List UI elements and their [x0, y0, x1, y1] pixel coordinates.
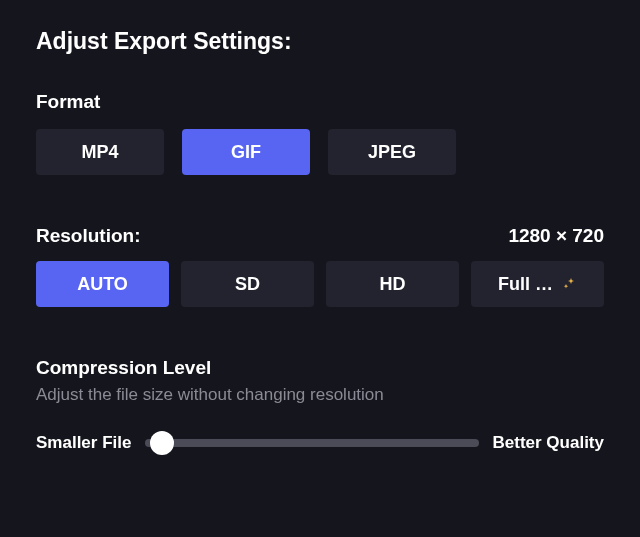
compression-slider[interactable]: [145, 431, 478, 455]
slider-left-label: Smaller File: [36, 433, 131, 453]
resolution-fullhd-label: Full …: [498, 274, 553, 295]
resolution-section: Resolution: 1280 × 720 AUTO SD HD Full …: [36, 225, 604, 307]
compression-hint: Adjust the file size without changing re…: [36, 385, 604, 405]
format-gif-button[interactable]: GIF: [182, 129, 310, 175]
resolution-sd-button[interactable]: SD: [181, 261, 314, 307]
format-section: Format MP4 GIF JPEG: [36, 91, 604, 175]
resolution-fullhd-button[interactable]: Full …: [471, 261, 604, 307]
sparkle-icon: [561, 276, 577, 292]
page-title: Adjust Export Settings:: [36, 28, 604, 55]
format-mp4-button[interactable]: MP4: [36, 129, 164, 175]
compression-slider-row: Smaller File Better Quality: [36, 431, 604, 455]
format-label: Format: [36, 91, 604, 113]
format-jpeg-button[interactable]: JPEG: [328, 129, 456, 175]
resolution-value: 1280 × 720: [508, 225, 604, 247]
slider-track: [145, 439, 478, 447]
format-options: MP4 GIF JPEG: [36, 129, 604, 175]
resolution-label: Resolution:: [36, 225, 141, 247]
slider-thumb[interactable]: [150, 431, 174, 455]
compression-label: Compression Level: [36, 357, 604, 379]
resolution-auto-button[interactable]: AUTO: [36, 261, 169, 307]
compression-section: Compression Level Adjust the file size w…: [36, 357, 604, 455]
resolution-options: AUTO SD HD Full …: [36, 261, 604, 307]
resolution-hd-button[interactable]: HD: [326, 261, 459, 307]
slider-right-label: Better Quality: [493, 433, 604, 453]
